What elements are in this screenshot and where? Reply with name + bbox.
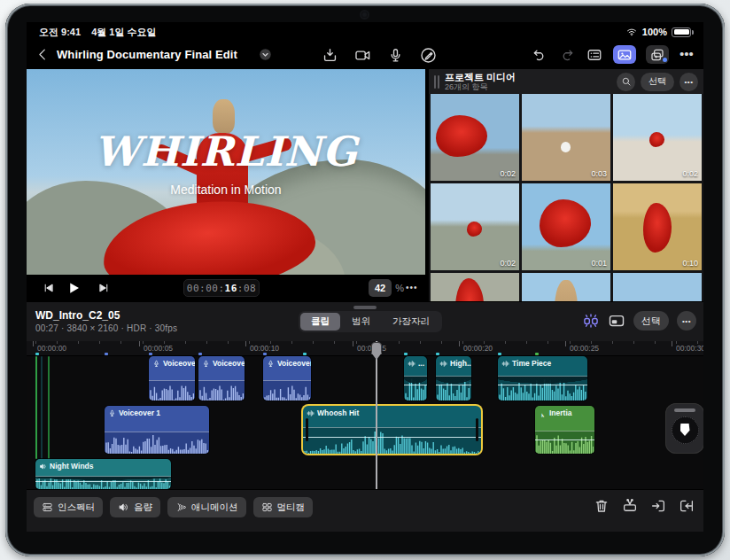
clip-waveform: [105, 432, 209, 454]
thumbnail-subject: [649, 132, 664, 147]
timeline-clip[interactable]: Night Winds: [35, 459, 171, 489]
jog-dial[interactable]: [672, 416, 699, 444]
timecode-frames: :08: [237, 283, 256, 294]
snapping-icon[interactable]: [582, 312, 600, 330]
thumbnail-subject: [555, 280, 578, 301]
camera-icon: [354, 47, 371, 64]
media-thumbnail-9[interactable]: [613, 273, 702, 301]
timeline-clip[interactable]: Voiceover 2: [149, 356, 195, 401]
trash-icon[interactable]: [594, 498, 610, 514]
timeline-clip[interactable]: Whoosh Hit: [303, 406, 481, 454]
jog-drag-bar[interactable]: [674, 408, 695, 412]
search-icon: [621, 76, 632, 87]
export-button[interactable]: [321, 46, 338, 64]
skip-back-icon[interactable]: [43, 282, 55, 294]
volume-tool-button[interactable]: 음량: [110, 497, 160, 517]
timeline-header: WD_Intro_C2_05 00:27 · 3840 × 2160 · HDR…: [27, 301, 703, 341]
media-thumbnail-4[interactable]: 0:02: [431, 183, 519, 270]
overwriteClip-icon[interactable]: [679, 498, 695, 514]
transport-bar: 00:00:16:08 42 % •••: [27, 275, 425, 301]
status-bar: 오전 9:41 4월 1일 수요일 100%: [27, 22, 703, 40]
back-button[interactable]: [35, 47, 50, 62]
viewer-zoom-control[interactable]: 42 %: [369, 279, 404, 297]
volume-line[interactable]: [303, 437, 481, 438]
play-button[interactable]: [66, 280, 82, 296]
badge-dot: [663, 58, 667, 62]
blade-icon[interactable]: [622, 498, 638, 514]
media-thumbnail-2[interactable]: 0:03: [522, 94, 610, 181]
ruler-label: 00:00:25: [568, 344, 599, 353]
media-thumbnail-1[interactable]: 0:02: [431, 94, 519, 181]
timeline-resize-handle[interactable]: [353, 306, 377, 309]
media-thumbnail-6[interactable]: 0:10: [613, 183, 702, 270]
title-menu-button[interactable]: [259, 48, 272, 61]
timeline-tracks[interactable]: Voiceover 2 Voiceover 2 Voiceover 3 ... …: [27, 356, 703, 489]
inspector-tool-button[interactable]: 인스펙터: [34, 497, 103, 517]
overlay-icon[interactable]: [608, 312, 625, 330]
undo-button[interactable]: [531, 46, 548, 64]
media-thumbnail-3[interactable]: 0:02: [613, 94, 702, 181]
wifi-icon: [625, 27, 638, 37]
panel-drag-handle[interactable]: [434, 75, 436, 89]
volume-line[interactable]: [535, 439, 594, 440]
battery-percent: 100%: [642, 27, 667, 37]
multicam-tool-button[interactable]: 멀티캠: [253, 497, 314, 517]
jog-wheel[interactable]: [665, 403, 703, 454]
segment-2[interactable]: 가장자리: [382, 313, 440, 331]
search-button[interactable]: [617, 73, 635, 91]
photos-button[interactable]: [613, 45, 636, 64]
media-panel-header: 프로젝트 미디어 26개의 항목 선택 •••: [429, 69, 703, 94]
timeline-clip[interactable]: Voiceover 1: [105, 406, 209, 454]
toolbar-right-icons: •••: [531, 45, 696, 64]
volume-line[interactable]: [436, 385, 471, 385]
mic-button[interactable]: [386, 46, 404, 64]
micS-icon: [202, 360, 210, 368]
segment-1[interactable]: 범위: [341, 313, 381, 331]
timeline-ruler[interactable]: 00:00:0000:00:0500:00:1000:00:1500:00:20…: [27, 341, 703, 356]
playhead-handle[interactable]: [371, 342, 382, 354]
more-button[interactable]: •••: [679, 46, 696, 64]
pencil-button[interactable]: [419, 46, 437, 64]
timeline-clip[interactable]: Time Piece: [498, 356, 587, 401]
clip-name: ...: [418, 359, 424, 368]
media-thumbnail-7[interactable]: [431, 273, 519, 301]
camera-button[interactable]: [353, 46, 371, 64]
clips-button[interactable]: [646, 45, 669, 64]
timeline-select-button[interactable]: 선택: [633, 311, 669, 331]
timeline-clip[interactable]: ♪Inertia: [535, 406, 594, 454]
ipad-frame: 오전 9:41 4월 1일 수요일 100% Whirling Document…: [5, 4, 725, 556]
clip-connection-dot: [149, 353, 152, 355]
skip-forward-icon[interactable]: [97, 282, 110, 294]
redo-button[interactable]: [558, 46, 576, 64]
timeline-clip[interactable]: ...: [404, 356, 427, 401]
timecode-display[interactable]: 00:00:16:08: [183, 279, 260, 297]
viewer-more-button[interactable]: •••: [406, 283, 418, 292]
volume-line[interactable]: [35, 481, 171, 482]
front-camera: [361, 12, 368, 18]
status-right: 100%: [625, 27, 691, 37]
timeline-more-button[interactable]: •••: [677, 311, 696, 331]
media-more-button[interactable]: •••: [680, 73, 698, 91]
segment-0[interactable]: 클립: [300, 313, 340, 331]
playhead[interactable]: [376, 341, 377, 489]
volume-line[interactable]: [498, 385, 587, 385]
clip-connection-dot: [35, 353, 39, 355]
media-select-button[interactable]: 선택: [641, 73, 674, 91]
timeline-clip[interactable]: Voiceover 3: [263, 356, 311, 401]
clip-waveform: [198, 380, 245, 401]
timeline-clip[interactable]: High...: [436, 356, 471, 401]
clip-waveform: [404, 376, 427, 401]
animation-tool-button[interactable]: 애니메이션: [167, 497, 246, 517]
zoom-value[interactable]: 42: [369, 279, 392, 297]
media-thumbnail-8[interactable]: [522, 273, 610, 301]
media-thumbnail-5[interactable]: 0:01: [522, 183, 610, 270]
clip-duration: 0:02: [682, 169, 698, 178]
timeline-clip[interactable]: Voiceover 2: [198, 356, 245, 401]
browser-button[interactable]: [586, 46, 603, 64]
speakerS-icon: [39, 463, 47, 471]
volume-line[interactable]: [404, 385, 427, 385]
video-viewer[interactable]: WHIRLING Meditation in Motion: [27, 69, 425, 275]
insertClip-icon[interactable]: [650, 498, 666, 514]
export-icon: [322, 47, 338, 64]
clip-name: Inertia: [549, 408, 572, 417]
